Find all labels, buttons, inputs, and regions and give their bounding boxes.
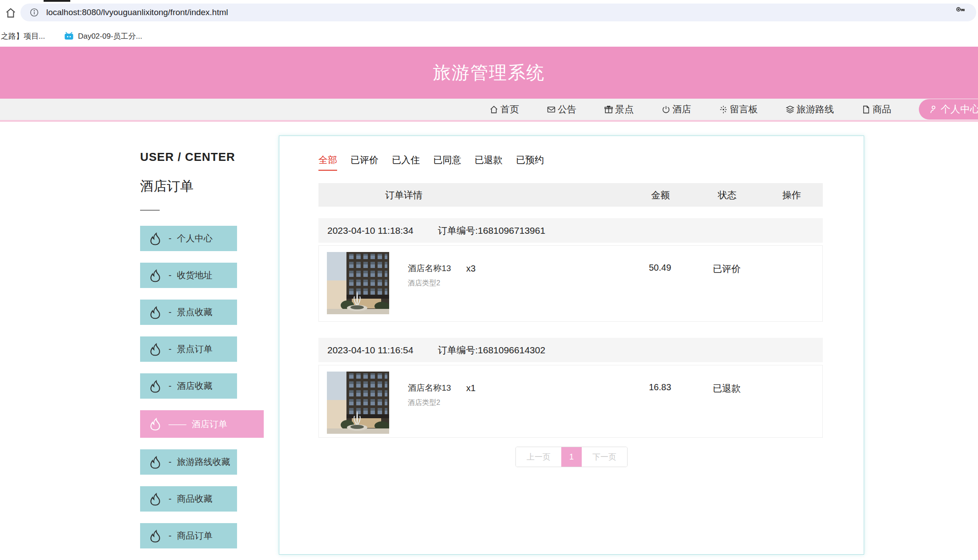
column-status: 状态 [694,189,761,201]
nav-item-announcements[interactable]: 公告 [547,103,576,116]
hotel-photo[interactable] [327,252,389,314]
page-info-icon[interactable] [29,8,39,17]
order-detail-cell: 酒店名称13 x1 酒店类型2 [319,365,627,434]
sidebar-item-label: 商品收藏 [177,493,213,505]
order-row: 酒店名称13 x3 酒店类型2 50.49 已评价 [318,245,823,322]
tab-reviewed[interactable]: 已评价 [350,154,378,171]
password-key-icon[interactable] [955,4,966,15]
dash: - [169,531,172,541]
hotel-type: 酒店类型2 [408,279,475,288]
sidebar-item-product-favorites[interactable]: - 商品收藏 [140,486,237,512]
next-page-button[interactable]: 下一页 [582,447,627,467]
sidebar-subtitle: 酒店订单 [140,177,269,196]
column-order-detail: 订单详情 [318,189,627,201]
mail-icon [547,105,556,114]
sidebar-item-personal-center[interactable]: - 个人中心 [140,226,237,251]
sidebar-menu: - 个人中心 - 收货地址 - 景点收藏 - 景点订单 - 酒店收藏 —— 酒店… [140,226,269,548]
browser-home-icon[interactable] [4,7,17,19]
nav-label: 商品 [873,103,891,116]
file-icon [861,105,871,114]
sidebar-item-label: 商品订单 [177,530,213,542]
nav-item-routes[interactable]: 旅游路线 [785,103,834,116]
hotel-name[interactable]: 酒店名称13 [408,382,451,394]
column-actions: 操作 [761,189,823,201]
nav-item-hotels[interactable]: 酒店 [661,103,691,116]
sidebar-item-route-favorites[interactable]: - 旅游路线收藏 [140,449,237,475]
tab-strip-remnant [44,0,70,2]
tab-all[interactable]: 全部 [318,154,337,171]
sparkle-icon [719,105,728,114]
bilibili-icon [64,32,74,40]
order-datetime: 2023-04-10 11:16:54 [327,345,413,356]
sidebar-item-shipping-address[interactable]: - 收货地址 [140,263,237,288]
nav-item-attractions[interactable]: 景点 [604,103,634,116]
hotel-photo[interactable] [327,372,389,434]
dash: - [169,344,172,354]
tab-checked-in[interactable]: 已入住 [392,154,420,171]
nav-label: 首页 [500,103,519,116]
address-bar[interactable]: localhost:8080/lvyouguanlixitong/front/i… [20,4,976,21]
flame-icon [147,454,163,470]
dash: - [169,270,172,280]
hotel-name[interactable]: 酒店名称13 [408,263,451,274]
dash: - [169,494,172,504]
dash: - [169,307,172,317]
order-status: 已评价 [693,246,760,275]
sidebar-item-attraction-favorites[interactable]: - 景点收藏 [140,300,237,325]
sidebar-item-label: 景点收藏 [177,306,213,318]
sidebar-divider [140,210,160,211]
dash: - [169,381,172,391]
hotel-info: 酒店名称13 x1 酒店类型2 [408,372,475,434]
sidebar-title: USER / CENTER [140,150,269,164]
flame-icon [147,491,163,507]
sidebar-item-attraction-orders[interactable]: - 景点订单 [140,336,237,362]
sidebar-item-hotel-favorites[interactable]: - 酒店收藏 [140,373,237,399]
nav-item-message-board[interactable]: 留言板 [719,103,758,116]
sidebar-item-label: 景点订单 [177,343,213,355]
bookmark-item[interactable]: 之路】项目... [1,31,45,41]
sidebar-item-label: 个人中心 [177,232,213,244]
nav-label: 公告 [558,103,576,116]
user-icon [929,104,938,114]
sidebar-item-hotel-orders[interactable]: —— 酒店订单 [140,410,264,438]
tab-refunded[interactable]: 已退款 [475,154,503,171]
dash: - [169,457,172,467]
hotel-info: 酒店名称13 x3 酒店类型2 [408,252,475,314]
prev-page-button[interactable]: 上一页 [516,447,561,467]
bookmarks-bar: 之路】项目... Day02-09-员工分... [0,27,978,45]
user-center-sidebar: USER / CENTER 酒店订单 - 个人中心 - 收货地址 - 景点收藏 … [140,150,269,560]
flame-icon [147,268,163,284]
nav-item-home[interactable]: 首页 [489,103,519,116]
nav-item-products[interactable]: 商品 [861,103,891,116]
flame-icon [147,341,163,357]
gift-icon [604,105,613,114]
sidebar-item-label: 收货地址 [177,269,213,281]
sidebar-item-product-orders[interactable]: - 商品订单 [140,523,237,548]
nav-label: 留言板 [730,103,758,116]
sidebar-item-label: 旅游路线收藏 [177,456,230,468]
nav-label: 旅游路线 [797,103,834,116]
flame-icon [147,304,163,320]
main-nav: 首页 公告 景点 酒店 留言板 旅游路线 商品 个人中心 [0,99,978,122]
hotel-quantity: x3 [466,264,475,274]
page-number-1[interactable]: 1 [561,447,582,467]
home-icon [489,105,499,114]
order-status-tabs: 全部 已评价 已入住 已同意 已退款 已预约 [318,154,864,171]
url-text[interactable]: localhost:8080/lvyouguanlixitong/front/i… [46,8,228,17]
flame-icon [147,378,163,394]
flame-icon [147,231,163,247]
bookmark-item[interactable]: Day02-09-员工分... [64,31,142,41]
order-datetime: 2023-04-10 11:18:34 [327,225,413,236]
browser-chrome: localhost:8080/lvyouguanlixitong/front/i… [0,0,978,47]
tab-reserved[interactable]: 已预约 [516,154,544,171]
order-status: 已退款 [693,365,760,395]
orders-panel: 全部 已评价 已入住 已同意 已退款 已预约 订单详情 金额 状态 操作 202… [279,136,864,555]
orders-table-header: 订单详情 金额 状态 操作 [318,183,823,207]
layers-icon [785,105,795,114]
nav-label: 景点 [615,103,634,116]
bookmark-label: Day02-09-员工分... [78,31,142,41]
tab-approved[interactable]: 已同意 [433,154,461,171]
user-center-button[interactable]: 个人中心 [919,99,978,120]
dash: - [169,233,172,244]
order-detail-cell: 酒店名称13 x3 酒店类型2 [319,246,627,314]
